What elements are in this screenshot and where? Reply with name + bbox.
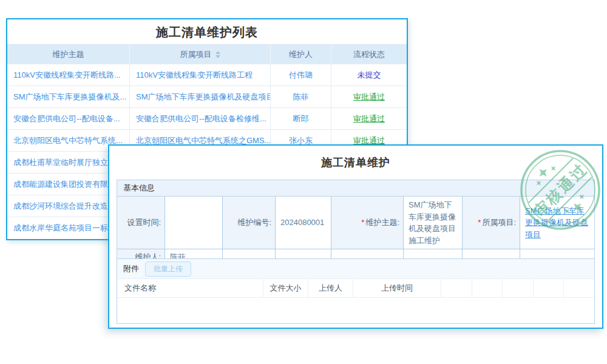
status-badge[interactable]: 审批通过 [331, 108, 407, 129]
maintenance-number-field[interactable]: 2024080001 [275, 197, 331, 249]
topic-link[interactable]: 安徽合肥供电公司--配电设备... [7, 108, 129, 129]
attachments-section-header: 附件 批量上传 [117, 259, 594, 278]
attachments-table-header: 文件名称 文件大小 上传人 上传时间 [117, 278, 594, 298]
attachments-empty-body [117, 298, 594, 323]
batch-upload-button[interactable]: 批量上传 [145, 261, 191, 277]
topic-link[interactable]: SM广场地下车库更换摄像机及... [7, 86, 129, 107]
sort-icon[interactable] [215, 51, 220, 58]
set-time-label: 设置时间: [117, 197, 164, 249]
empty-header-cell [533, 279, 564, 297]
empty-header-cell [563, 279, 594, 297]
maintenance-topic-field[interactable]: SM广场地下车库更换摄像机及硬盘项目施工维护 [403, 197, 462, 249]
required-asterisk: * [478, 217, 481, 228]
column-header-upload-time: 上传时间 [353, 279, 441, 297]
table-row: SM广场地下车库更换摄像机及... SM广场地下车库更换摄像机及硬盘项目 陈菲 … [7, 86, 407, 107]
list-table-header: 维护主题 所属项目 维护人 流程状态 [7, 45, 407, 64]
column-header-maintainer: 维护人 [270, 45, 331, 64]
attachments-section: 附件 批量上传 文件名称 文件大小 上传人 上传时间 [117, 258, 595, 324]
column-header-uploader: 上传人 [308, 279, 353, 297]
column-header-project[interactable]: 所属项目 [129, 45, 270, 64]
column-header-file-size: 文件大小 [263, 279, 308, 297]
set-time-field[interactable] [164, 197, 222, 249]
status-badge[interactable]: 未提交 [331, 64, 407, 86]
attachments-title: 附件 [123, 263, 139, 274]
column-header-file-name: 文件名称 [117, 279, 263, 297]
maintenance-detail-panel: 施工清单维护 基本信息 设置时间: 维护编号: 2024080001 * 维护主… [108, 144, 603, 329]
project-label: * 所属项目: [462, 197, 520, 249]
project-link[interactable]: SM广场地下车库更换摄像机及硬盘项目 [525, 205, 589, 241]
empty-header-cell [441, 279, 472, 297]
screen: 施工清单维护列表 维护主题 所属项目 维护人 流程状态 110kV安徽线程集变开… [0, 0, 607, 364]
maintainer-name[interactable]: 陈菲 [270, 86, 331, 107]
list-panel-title: 施工清单维护列表 [7, 19, 407, 45]
basic-info-section: 基本信息 设置时间: 维护编号: 2024080001 * 维护主题: SM广场… [117, 180, 595, 266]
column-header-topic: 维护主题 [7, 45, 129, 64]
project-link[interactable]: SM广场地下车库更换摄像机及硬盘项目 [129, 86, 270, 107]
topic-link[interactable]: 110kV安徽线程集变开断线路... [7, 64, 129, 86]
table-row: 110kV安徽线程集变开断线路... 110kV安徽线程集变开断线路工程 付伟璐… [7, 64, 407, 86]
project-field: SM广场地下车库更换摄像机及硬盘项目 [520, 197, 594, 249]
maintenance-number-label: 维护编号: [222, 197, 275, 249]
empty-header-cell [472, 279, 503, 297]
maintainer-name[interactable]: 付伟璐 [270, 64, 331, 86]
column-header-status: 流程状态 [331, 45, 407, 64]
table-row: 安徽合肥供电公司--配电设备... 安徽合肥供电公司--配电设备检修维... 断… [7, 107, 407, 129]
detail-panel-title: 施工清单维护 [109, 155, 602, 170]
basic-info-section-header: 基本信息 [117, 180, 594, 197]
maintenance-topic-label: * 维护主题: [331, 197, 403, 249]
empty-header-cell [502, 279, 533, 297]
project-link[interactable]: 安徽合肥供电公司--配电设备检修维... [129, 108, 270, 129]
basic-info-row-1: 设置时间: 维护编号: 2024080001 * 维护主题: SM广场地下车库更… [117, 197, 594, 249]
status-badge[interactable]: 审批通过 [331, 86, 407, 107]
project-link[interactable]: 110kV安徽线程集变开断线路工程 [129, 64, 270, 86]
maintainer-name[interactable]: 断郎 [270, 108, 331, 129]
required-asterisk: * [361, 217, 364, 228]
